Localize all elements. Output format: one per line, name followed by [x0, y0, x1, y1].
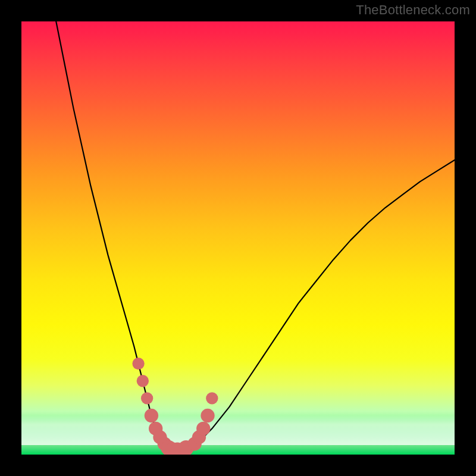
- bottleneck-curve: [56, 21, 455, 450]
- plot-area: [21, 21, 455, 455]
- data-marker: [206, 392, 218, 404]
- data-marker: [137, 375, 149, 387]
- data-marker: [201, 409, 214, 422]
- chart-frame: TheBottleneck.com: [0, 0, 476, 476]
- data-marker: [141, 392, 153, 404]
- chart-svg: [21, 21, 455, 455]
- data-marker: [145, 409, 158, 422]
- watermark-text: TheBottleneck.com: [356, 2, 470, 18]
- data-marker: [132, 358, 144, 369]
- marker-group: [132, 358, 218, 455]
- data-marker: [196, 422, 210, 436]
